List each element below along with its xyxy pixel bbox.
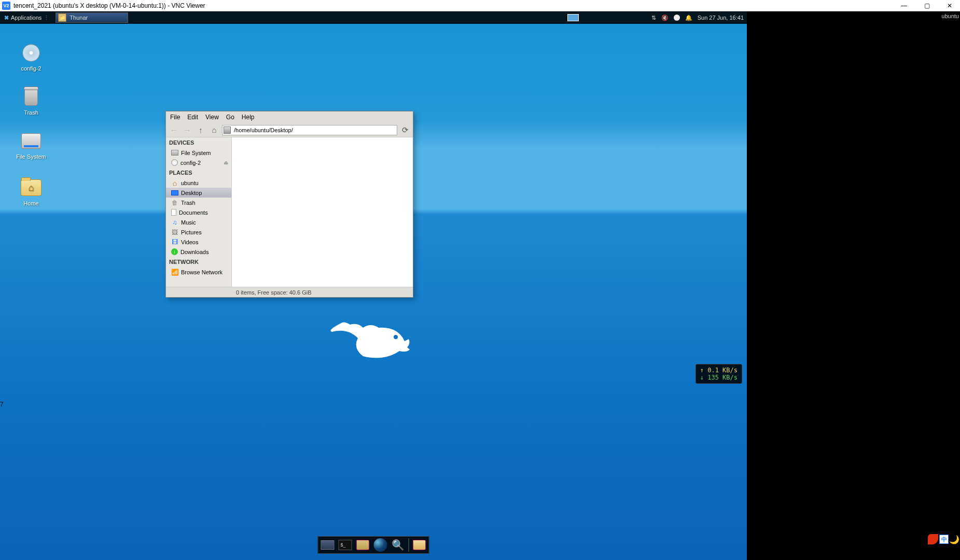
xfce-desktop[interactable]: ✖ Applications ⋮ 📁 Thunar ⇅ 🔇 🔔 Sun 27 J… <box>0 11 747 560</box>
sidebar-desktop[interactable]: Desktop <box>166 188 231 198</box>
menu-view[interactable]: View <box>205 114 219 121</box>
desktop-icon-config2[interactable]: config-2 <box>8 43 54 72</box>
sidebar-browse-network[interactable]: 📶Browse Network <box>166 267 231 277</box>
panel-session-label[interactable]: ubuntu <box>941 13 959 19</box>
eject-icon[interactable]: ⏏ <box>224 160 228 165</box>
sidebar-ubuntu[interactable]: ⌂ubuntu <box>166 178 231 188</box>
network-tray-icon[interactable]: ⇅ <box>651 15 656 21</box>
stray-text: 7 <box>0 401 4 408</box>
trash-icon <box>24 88 38 106</box>
menu-help[interactable]: Help <box>242 114 255 121</box>
menu-edit[interactable]: Edit <box>187 114 198 121</box>
taskbar-thunar-label: Thunar <box>69 15 88 21</box>
home-folder-icon <box>21 179 41 196</box>
notification-tray-icon[interactable]: 🔔 <box>685 15 692 21</box>
desktop-icon-config2-label: config-2 <box>21 65 41 72</box>
sidebar-videos[interactable]: 🎞Videos <box>166 237 231 247</box>
menu-go[interactable]: Go <box>226 114 234 121</box>
menu-separator-icon: ⋮ <box>44 15 49 21</box>
xfce-top-panel: ✖ Applications ⋮ 📁 Thunar ⇅ 🔇 🔔 Sun 27 J… <box>0 11 747 24</box>
pictures-icon: 🖼 <box>171 229 178 236</box>
menu-file[interactable]: File <box>170 114 180 121</box>
terminal-icon: $_ <box>339 540 352 550</box>
forward-button[interactable]: → <box>182 124 193 136</box>
applications-label: Applications <box>11 15 41 21</box>
sidebar-filesystem[interactable]: File System <box>166 148 231 158</box>
applications-menu-button[interactable]: ✖ Applications ⋮ <box>0 11 53 24</box>
sidebar-music[interactable]: ♫Music <box>166 217 231 227</box>
desktop-icon <box>321 540 335 550</box>
desktop-icon-home[interactable]: Home <box>8 177 54 206</box>
desktop-icon-trash[interactable]: Trash <box>8 87 54 116</box>
thunar-statusbar: 0 items, Free space: 40.6 GiB <box>166 287 413 297</box>
home-icon: ⌂ <box>171 179 178 187</box>
drive-icon <box>21 133 41 149</box>
vnc-minimize-button[interactable]: — <box>900 2 908 10</box>
reload-button[interactable]: ⟳ <box>399 124 411 136</box>
globe-icon <box>374 538 387 552</box>
xfce-logo-icon: ✖ <box>4 15 9 21</box>
taskbar-thunar-button[interactable]: 📁 Thunar <box>55 12 128 23</box>
moon-icon: 🌙 <box>950 535 959 544</box>
panel-clock[interactable]: Sun 27 Jun, 16:41 <box>698 15 744 21</box>
videos-icon: 🎞 <box>171 239 178 246</box>
network-monitor: ↑ 0.1 KB/s ↓ 135 KB/s <box>695 364 742 384</box>
parent-button[interactable]: ↑ <box>195 124 206 136</box>
cd-icon <box>171 159 178 166</box>
folder-icon <box>356 540 370 550</box>
vnc-close-button[interactable]: ✕ <box>945 2 954 10</box>
sidebar-documents[interactable]: Documents <box>166 207 231 217</box>
location-input[interactable] <box>222 125 397 135</box>
document-icon <box>171 209 176 216</box>
dock-show-desktop[interactable] <box>319 537 336 553</box>
network-icon: 📶 <box>171 269 178 276</box>
workspace-switcher[interactable] <box>567 14 579 21</box>
music-icon: ♫ <box>171 219 178 226</box>
dock-terminal[interactable]: $_ <box>337 537 354 553</box>
thunar-menubar: File Edit View Go Help <box>166 111 413 123</box>
location-drive-icon <box>224 127 231 134</box>
sidebar-pictures[interactable]: 🖼Pictures <box>166 227 231 237</box>
volume-tray-icon[interactable]: 🔇 <box>661 15 669 21</box>
cd-icon <box>22 44 40 62</box>
dock-home-folder[interactable] <box>411 537 428 553</box>
xfce-dock: $_ 🔍 <box>318 536 429 554</box>
folder-icon <box>413 540 426 550</box>
ime-lang-icon: 中 <box>939 535 949 544</box>
dock-file-manager[interactable] <box>355 537 371 553</box>
desktop-icon-filesystem-label: File System <box>16 153 46 160</box>
xfce-mouse-logo <box>322 307 425 369</box>
sidebar-devices-header: DEVICES <box>166 137 231 148</box>
home-button[interactable]: ⌂ <box>208 124 220 136</box>
vnc-maximize-button[interactable]: ▢ <box>923 2 931 10</box>
download-icon: ↓ <box>171 248 178 255</box>
desktop-icon-filesystem[interactable]: File System <box>8 131 54 160</box>
dock-app-finder[interactable]: 🔍 <box>390 537 407 553</box>
thunar-file-view[interactable] <box>232 137 413 287</box>
desktop-icon-trash-label: Trash <box>24 109 38 116</box>
net-download: ↓ 135 KB/s <box>700 374 738 381</box>
ime-indicator[interactable]: 中 🌙 <box>928 534 959 544</box>
thunar-status-text: 0 items, Free space: 40.6 GiB <box>236 289 312 296</box>
sidebar-network-header: NETWORK <box>166 257 231 267</box>
power-tray-icon[interactable] <box>674 15 680 21</box>
sidebar-trash[interactable]: 🗑Trash <box>166 198 231 207</box>
back-button[interactable]: ← <box>168 124 179 136</box>
magnifier-icon: 🔍 <box>392 539 405 551</box>
desktop-icon <box>171 190 178 195</box>
trash-icon: 🗑 <box>171 199 178 206</box>
sidebar-places-header: PLACES <box>166 167 231 178</box>
vnc-viewport: ✖ Applications ⋮ 📁 Thunar ⇅ 🔇 🔔 Sun 27 J… <box>0 11 960 560</box>
sidebar-config2[interactable]: config-2⏏ <box>166 158 231 167</box>
desktop-icon-home-label: Home <box>23 200 38 206</box>
vnc-black-margin: ubuntu 中 🌙 <box>747 11 960 560</box>
vnc-titlebar: V2 tencent_2021 (ubuntu's X desktop (VM-… <box>0 0 960 11</box>
dock-web-browser[interactable] <box>372 537 389 553</box>
thunar-window: File Edit View Go Help ← → ↑ ⌂ ⟳ DEVICES <box>165 111 413 298</box>
thunar-task-icon: 📁 <box>58 13 66 22</box>
vnc-title-text: tencent_2021 (ubuntu's X desktop (VM-0-1… <box>13 2 900 9</box>
thunar-sidebar: DEVICES File System config-2⏏ PLACES ⌂ub… <box>166 137 232 287</box>
svg-point-0 <box>394 335 398 339</box>
thunar-toolbar: ← → ↑ ⌂ ⟳ <box>166 123 413 137</box>
sidebar-downloads[interactable]: ↓Downloads <box>166 247 231 257</box>
